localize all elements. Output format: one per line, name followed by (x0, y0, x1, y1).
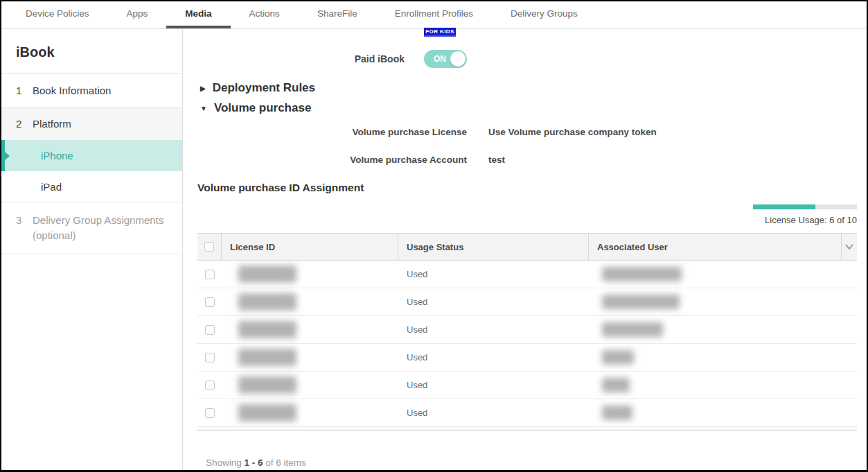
volume-purchase-expander[interactable]: ▼ Volume purchase (200, 101, 311, 115)
row-checkbox[interactable] (205, 353, 215, 362)
select-all-checkbox[interactable] (204, 242, 214, 252)
volume-purchase-account-field: Volume purchase Account test (183, 155, 505, 165)
collapsed-triangle-icon: ▶ (200, 85, 206, 92)
usage-status-value: Used (398, 372, 589, 399)
tab-apps[interactable]: Apps (108, 1, 167, 28)
deployment-rules-expander[interactable]: ▶ Deployment Rules (200, 81, 315, 95)
redacted-license-id (238, 404, 296, 421)
main-content: FOR KIDS Paid iBook ON ▶ Deployment Rule… (183, 29, 867, 470)
column-options-button[interactable] (842, 234, 857, 260)
row-checkbox[interactable] (205, 325, 215, 335)
step-label: Platform (33, 118, 71, 130)
tab-enrollment-profiles[interactable]: Enrollment Profiles (376, 1, 492, 28)
column-header-associated-user[interactable]: Associated User (589, 234, 842, 260)
sidebar-step-book-information[interactable]: 1 Book Information (1, 74, 182, 107)
redacted-license-id (238, 321, 296, 338)
selected-arrow-icon (5, 152, 10, 160)
pagination-summary: Showing 1 - 6 of 6 items (206, 457, 306, 468)
redacted-associated-user (602, 295, 680, 309)
table-row: Used (197, 372, 857, 399)
tab-media[interactable]: Media (166, 1, 230, 28)
field-value: Use Volume purchase company token (488, 127, 657, 137)
progress-fill (753, 204, 815, 209)
sidebar-item-iphone[interactable]: iPhone (1, 140, 182, 171)
toggle-knob (450, 51, 466, 67)
sidebar-step-delivery-groups[interactable]: 3 Delivery Group Assignments (optional) (1, 202, 182, 254)
table-row: Used (197, 399, 857, 427)
paid-ibook-row: Paid iBook ON (183, 50, 467, 68)
redacted-license-id (238, 349, 296, 366)
field-label: Volume purchase License (183, 127, 467, 137)
volume-purchase-license-field: Volume purchase License Use Volume purch… (183, 127, 657, 137)
redacted-license-id (238, 265, 296, 283)
section-label: Volume purchase (214, 101, 311, 115)
step-number: 1 (16, 85, 33, 96)
redacted-associated-user (602, 350, 634, 365)
paid-ibook-toggle[interactable]: ON (424, 50, 467, 68)
sidebar-item-ipad[interactable]: iPad (1, 171, 182, 202)
usage-status-value: Used (398, 261, 589, 288)
column-header-license-id[interactable]: License ID (222, 234, 398, 260)
page-title: iBook (1, 29, 182, 74)
row-checkbox[interactable] (205, 270, 215, 279)
tab-device-policies[interactable]: Device Policies (7, 1, 108, 28)
table-header: License ID Usage Status Associated User (197, 233, 857, 261)
tab-actions[interactable]: Actions (231, 1, 299, 28)
item-range: 1 - 6 (245, 457, 263, 468)
for-kids-badge: FOR KIDS (424, 28, 456, 37)
field-value: test (488, 155, 505, 165)
row-checkbox[interactable] (205, 297, 215, 307)
table-row: Used (197, 261, 857, 288)
platform-label: iPhone (41, 150, 73, 161)
redacted-license-id (238, 293, 296, 311)
app-window: Device Policies Apps Media Actions Share… (0, 0, 868, 472)
usage-status-value: Used (398, 344, 589, 371)
table-row: Used (197, 316, 857, 344)
expanded-triangle-icon: ▼ (200, 105, 207, 112)
step-number: 2 (16, 118, 33, 130)
table-row: Used (197, 344, 857, 372)
wizard-sidebar: iBook 1 Book Information 2 Platform iPho… (1, 29, 183, 470)
redacted-associated-user (602, 378, 630, 392)
row-checkbox[interactable] (205, 408, 215, 418)
redacted-license-id (238, 376, 296, 394)
tab-sharefile[interactable]: ShareFile (299, 1, 376, 28)
redacted-associated-user (602, 322, 663, 337)
usage-status-value: Used (398, 288, 589, 315)
table-row: Used (197, 288, 857, 316)
paid-ibook-label: Paid iBook (183, 53, 405, 64)
license-usage-text: License Usage: 6 of 10 (649, 215, 857, 225)
license-assignment-table: License ID Usage Status Associated User … (197, 233, 857, 430)
toggle-on-label: ON (434, 54, 446, 64)
row-checkbox[interactable] (205, 381, 215, 390)
column-header-usage-status[interactable]: Usage Status (398, 234, 589, 260)
top-tab-bar: Device Policies Apps Media Actions Share… (1, 1, 867, 29)
usage-status-value: Used (398, 316, 589, 343)
license-usage-progress-bar (753, 204, 857, 209)
step-label: Book Information (33, 85, 111, 96)
table-bottom-border (197, 427, 857, 430)
redacted-associated-user (602, 267, 682, 281)
step-number: 3 (16, 213, 33, 243)
usage-status-value: Used (398, 399, 589, 426)
sidebar-step-platform[interactable]: 2 Platform (1, 107, 182, 140)
platform-label: iPad (41, 181, 62, 193)
field-label: Volume purchase Account (183, 155, 467, 165)
chevron-down-icon (845, 244, 853, 250)
step-label: Delivery Group Assignments (optional) (33, 213, 175, 243)
assignment-section-title: Volume purchase ID Assignment (197, 182, 364, 194)
section-label: Deployment Rules (213, 81, 315, 95)
redacted-associated-user (602, 405, 632, 420)
tab-delivery-groups[interactable]: Delivery Groups (492, 1, 596, 28)
